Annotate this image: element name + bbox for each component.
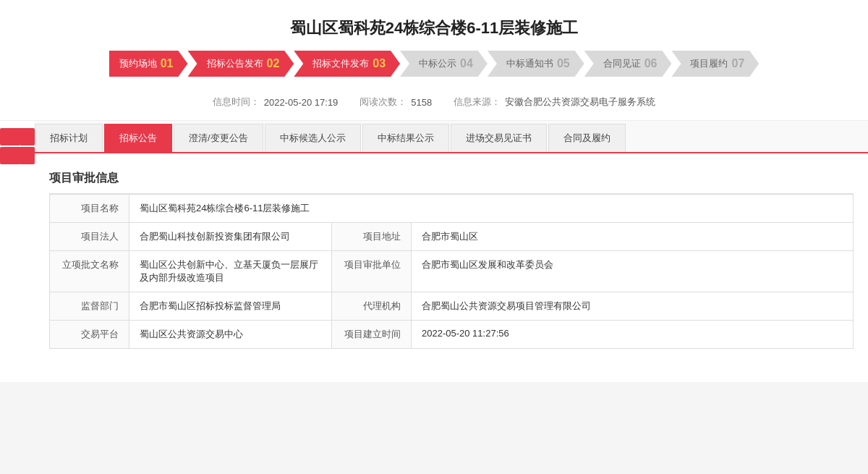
step-label-7: 项目履约 bbox=[690, 57, 728, 70]
tabs-row: 招标计划招标公告澄清/变更公告中标候选人公示中标结果公示进场交易见证书合同及履约 bbox=[35, 121, 868, 153]
td-value-3-0: 合肥市蜀山区招标投标监督管理局 bbox=[129, 292, 332, 321]
td-value-1-1: 合肥市蜀山区 bbox=[412, 223, 854, 251]
step-4[interactable]: 中标公示04 bbox=[400, 51, 488, 77]
table-row-2: 立项批文名称蜀山区公共创新中心、立基天厦负一层展厅及内部升级改造项目项目审批单位… bbox=[50, 251, 854, 292]
section: 项目审批信息 项目名称蜀山区蜀科苑24栋综合楼6-11层装修施工项目法人合肥蜀山… bbox=[35, 153, 868, 360]
step-num-2: 02 bbox=[267, 57, 280, 70]
step-3[interactable]: 招标文件发布03 bbox=[294, 51, 400, 77]
td-label: 项目名称 bbox=[50, 195, 129, 223]
tab-3[interactable]: 中标候选人公示 bbox=[265, 124, 361, 152]
td-label-1-0: 项目法人 bbox=[50, 223, 129, 251]
info-time: 信息时间： 2022-05-20 17:19 bbox=[213, 96, 339, 109]
td-label-4-1: 项目建立时间 bbox=[332, 321, 412, 349]
tab-5[interactable]: 进场交易见证书 bbox=[451, 124, 547, 152]
info-source: 信息来源： 安徽合肥公共资源交易电子服务系统 bbox=[454, 96, 655, 109]
side-buttons: 投标打印 bbox=[0, 121, 35, 360]
step-1[interactable]: 预约场地01 bbox=[109, 51, 188, 77]
table-row-3: 监督部门合肥市蜀山区招标投标监督管理局代理机构合肥蜀山公共资源交易项目管理有限公… bbox=[50, 292, 854, 321]
main-layout: 投标打印 招标计划招标公告澄清/变更公告中标候选人公示中标结果公示进场交易见证书… bbox=[0, 121, 868, 360]
content-area: 招标计划招标公告澄清/变更公告中标候选人公示中标结果公示进场交易见证书合同及履约… bbox=[35, 121, 868, 360]
step-num-5: 05 bbox=[557, 57, 570, 70]
section-title: 项目审批信息 bbox=[49, 165, 854, 194]
step-num-1: 01 bbox=[161, 57, 174, 70]
td-value-4-1: 2022-05-20 11:27:56 bbox=[412, 321, 854, 349]
step-label-2: 招标公告发布 bbox=[207, 57, 263, 70]
tab-2[interactable]: 澄清/变更公告 bbox=[174, 124, 263, 152]
tab-6[interactable]: 合同及履约 bbox=[548, 124, 626, 152]
step-5[interactable]: 中标通知书05 bbox=[488, 51, 584, 77]
td-value-2-1: 合肥市蜀山区发展和改革委员会 bbox=[412, 251, 854, 292]
tab-0[interactable]: 招标计划 bbox=[35, 124, 103, 152]
page-title: 蜀山区蜀科苑24栋综合楼6-11层装修施工 bbox=[0, 0, 868, 51]
progress-bar: 预约场地01招标公告发布02招标文件发布03中标公示04中标通知书05合同见证0… bbox=[0, 51, 868, 88]
td-label-3-0: 监督部门 bbox=[50, 292, 129, 321]
td-label-1-1: 项目地址 bbox=[332, 223, 412, 251]
td-label-2-0: 立项批文名称 bbox=[50, 251, 129, 292]
td-value: 蜀山区蜀科苑24栋综合楼6-11层装修施工 bbox=[129, 195, 854, 223]
tab-4[interactable]: 中标结果公示 bbox=[362, 124, 449, 152]
td-value-2-0: 蜀山区公共创新中心、立基天厦负一层展厅及内部升级改造项目 bbox=[129, 251, 332, 292]
tab-1[interactable]: 招标公告 bbox=[104, 124, 172, 152]
page-wrapper: 蜀山区蜀科苑24栋综合楼6-11层装修施工 预约场地01招标公告发布02招标文件… bbox=[0, 0, 868, 382]
info-read: 阅读次数： 5158 bbox=[359, 96, 432, 109]
step-label-6: 合同见证 bbox=[603, 57, 641, 70]
td-label-2-1: 项目审批单位 bbox=[332, 251, 412, 292]
step-label-4: 中标公示 bbox=[419, 57, 456, 70]
table-row-1: 项目法人合肥蜀山科技创新投资集团有限公司项目地址合肥市蜀山区 bbox=[50, 223, 854, 251]
td-value-1-0: 合肥蜀山科技创新投资集团有限公司 bbox=[129, 223, 332, 251]
step-num-3: 03 bbox=[373, 57, 386, 70]
table-row-4: 交易平台蜀山区公共资源交易中心项目建立时间2022-05-20 11:27:56 bbox=[50, 321, 854, 349]
side-btn-投标[interactable]: 投标 bbox=[0, 128, 35, 145]
step-label-1: 预约场地 bbox=[119, 57, 157, 70]
step-6[interactable]: 合同见证06 bbox=[584, 51, 672, 77]
step-num-7: 07 bbox=[731, 57, 744, 70]
info-bar: 信息时间： 2022-05-20 17:19 阅读次数： 5158 信息来源： … bbox=[0, 88, 868, 121]
step-label-3: 招标文件发布 bbox=[312, 57, 369, 70]
td-label-4-0: 交易平台 bbox=[50, 321, 129, 349]
step-num-4: 04 bbox=[460, 57, 473, 70]
td-label-3-1: 代理机构 bbox=[332, 292, 412, 321]
step-label-5: 中标通知书 bbox=[506, 57, 553, 70]
info-table: 项目名称蜀山区蜀科苑24栋综合楼6-11层装修施工项目法人合肥蜀山科技创新投资集… bbox=[49, 194, 854, 349]
step-7[interactable]: 项目履约07 bbox=[671, 51, 759, 77]
step-2[interactable]: 招标公告发布02 bbox=[188, 51, 294, 77]
step-num-6: 06 bbox=[644, 57, 658, 70]
td-value-3-1: 合肥蜀山公共资源交易项目管理有限公司 bbox=[412, 292, 854, 321]
side-btn-打印[interactable]: 打印 bbox=[0, 147, 35, 164]
td-value-4-0: 蜀山区公共资源交易中心 bbox=[129, 321, 332, 349]
table-row-0: 项目名称蜀山区蜀科苑24栋综合楼6-11层装修施工 bbox=[50, 195, 854, 223]
